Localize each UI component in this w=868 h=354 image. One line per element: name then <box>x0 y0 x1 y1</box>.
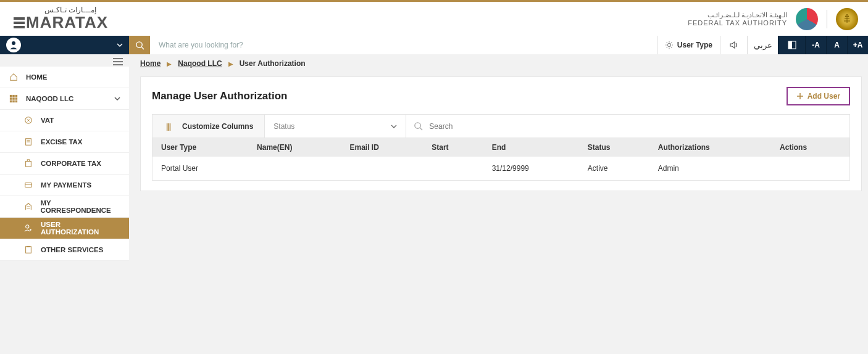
vat-icon <box>23 116 33 125</box>
col-name-en: Name(EN) <box>248 138 341 157</box>
sidebar-item-excise-tax[interactable]: EXCISE TAX <box>0 131 129 153</box>
breadcrumb: Home ▶ Naqood LLC ▶ User Authorization <box>129 54 868 73</box>
avatar-icon <box>6 38 21 52</box>
user-type-dropdown[interactable]: User Type <box>657 36 720 54</box>
font-increase-button[interactable]: +A <box>847 36 868 54</box>
svg-rect-5 <box>788 41 792 49</box>
chevron-down-icon <box>391 123 397 130</box>
sidebar-item-label: NAQOOD LLC <box>26 95 73 102</box>
hamburger-icon <box>113 58 123 65</box>
speaker-icon <box>729 40 739 50</box>
status-filter-placeholder: Status <box>273 122 294 131</box>
user-type-label: User Type <box>677 41 712 49</box>
cell-email-id <box>341 157 423 180</box>
sidebar-item-label: VAT <box>41 117 54 124</box>
sidebar: HOME NAQOOD LLC VAT EXCISE TAX CORPORATE… <box>0 54 129 354</box>
sidebar-item-label: USER AUTHORIZATION <box>41 221 120 236</box>
sidebar-item-home[interactable]: HOME <box>0 67 129 88</box>
breadcrumb-company[interactable]: Naqood LLC <box>178 59 222 68</box>
grid-icon <box>9 94 19 103</box>
contrast-icon <box>787 40 797 50</box>
add-user-button[interactable]: Add User <box>787 87 850 105</box>
svg-rect-24 <box>25 183 32 187</box>
cell-status: Active <box>579 157 649 180</box>
sidebar-item-company[interactable]: NAQOOD LLC <box>0 88 129 110</box>
svg-rect-12 <box>10 97 12 100</box>
sidebar-item-corporate-tax[interactable]: CORPORATE TAX <box>0 153 129 175</box>
sidebar-item-label: MY CORRESPONDENCE <box>40 199 120 214</box>
table-search-box <box>406 115 849 138</box>
brand-logo-english: MARATAX <box>14 13 108 32</box>
fta-text: الـهيئـة الاتحـاديـة لـلـضـرائـب FEDERAL… <box>688 11 787 27</box>
users-table: User Type Name(EN) Email ID Start End St… <box>152 138 849 180</box>
sidebar-item-other-services[interactable]: OTHER SERVICES <box>0 239 129 261</box>
svg-rect-17 <box>15 101 18 103</box>
plus-icon <box>796 93 804 100</box>
profile-dropdown[interactable] <box>0 36 129 54</box>
main-content: Home ▶ Naqood LLC ▶ User Authorization M… <box>129 54 868 354</box>
svg-point-0 <box>12 41 15 45</box>
sidebar-item-my-payments[interactable]: MY PAYMENTS <box>0 175 129 196</box>
col-authorizations: Authorizations <box>649 138 771 157</box>
search-button[interactable] <box>129 36 150 54</box>
search-icon <box>414 121 423 131</box>
col-end: End <box>483 138 579 157</box>
customize-columns-label: Customize Columns <box>182 122 253 131</box>
logo-e-icon <box>14 17 25 28</box>
svg-rect-14 <box>15 97 18 100</box>
font-normal-button[interactable]: A <box>826 36 847 54</box>
sidebar-item-label: MY PAYMENTS <box>41 181 91 189</box>
font-decrease-button[interactable]: -A <box>805 36 826 54</box>
cell-end: 31/12/9999 <box>483 157 579 180</box>
cell-actions <box>771 157 849 180</box>
sidebar-collapse-button[interactable] <box>0 54 129 67</box>
language-toggle-button[interactable]: عربي <box>747 36 778 54</box>
search-icon <box>135 41 144 50</box>
theme-toggle-button[interactable] <box>778 36 805 54</box>
svg-rect-13 <box>12 97 15 100</box>
svg-rect-16 <box>12 101 15 103</box>
sidebar-item-label: OTHER SERVICES <box>41 246 103 253</box>
svg-rect-30 <box>26 247 31 253</box>
svg-point-3 <box>667 43 670 46</box>
sidebar-item-my-correspondence[interactable]: MY CORRESPONDENCE <box>0 196 129 218</box>
sidebar-item-vat[interactable]: VAT <box>0 110 129 131</box>
action-bar: User Type عربي -A A +A <box>0 36 868 54</box>
col-email-id: Email ID <box>341 138 423 157</box>
breadcrumb-home[interactable]: Home <box>140 59 161 68</box>
svg-rect-31 <box>27 246 30 247</box>
svg-point-29 <box>30 229 31 231</box>
global-search-input[interactable] <box>150 36 657 54</box>
gear-icon <box>665 41 674 49</box>
chevron-down-icon <box>117 42 123 48</box>
table-toolbar: ||| Customize Columns Status <box>152 115 849 138</box>
table-container: ||| Customize Columns Status <box>152 114 850 181</box>
svg-rect-10 <box>12 95 15 97</box>
breadcrumb-current: User Authorization <box>240 59 306 68</box>
svg-line-35 <box>420 128 423 130</box>
fta-english: FEDERAL TAX AUTHORITY <box>688 19 787 27</box>
vertical-divider <box>827 10 827 28</box>
card-icon <box>23 181 33 189</box>
col-status: Status <box>579 138 649 157</box>
columns-icon: ||| <box>166 122 170 131</box>
svg-rect-11 <box>15 95 18 97</box>
sidebar-item-label: CORPORATE TAX <box>41 160 101 167</box>
user-authorization-icon <box>23 224 33 233</box>
sound-toggle-button[interactable] <box>720 36 747 54</box>
customize-columns-button[interactable]: ||| Customize Columns <box>152 115 264 138</box>
sidebar-item-label: HOME <box>26 73 48 81</box>
corporate-icon <box>23 159 33 168</box>
fta-emblem-icon <box>796 8 818 30</box>
sidebar-item-user-authorization[interactable]: USER AUTHORIZATION <box>0 218 129 239</box>
table-search-input[interactable] <box>423 122 842 131</box>
svg-point-34 <box>415 123 420 128</box>
status-filter-dropdown[interactable]: Status <box>264 115 406 138</box>
table-row[interactable]: Portal User 31/12/9999 Active Admin <box>152 157 849 180</box>
panel-manage-user-authorization: Manage User Authorization Add User ||| C… <box>140 76 862 191</box>
logo-bar: إمـــارات تـاكـس MARATAX الـهيئـة الاتحـ… <box>0 2 868 36</box>
svg-rect-22 <box>26 162 31 167</box>
cell-user-type: Portal User <box>152 157 248 180</box>
col-user-type: User Type <box>152 138 248 157</box>
cell-start <box>423 157 483 180</box>
